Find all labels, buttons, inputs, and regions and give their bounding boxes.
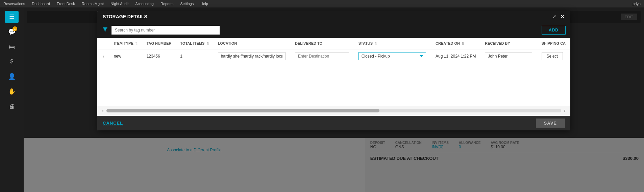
search-bar: ADD	[97, 22, 570, 38]
status-select[interactable]: Closed - Pickup	[358, 52, 426, 60]
modal-expand-button[interactable]: ⤢	[552, 14, 556, 19]
col-received-by: RECEIVED BY	[481, 38, 537, 49]
modal-overlay: STORAGE DETAILS ⤢ ✕ ADD	[24, 7, 644, 192]
main-area: EDIT Associate to a Different Profile DE…	[24, 7, 644, 192]
select-button[interactable]: Select	[542, 52, 563, 60]
delivered-to-input[interactable]	[295, 52, 349, 60]
menu-icon: ☰	[9, 13, 15, 21]
scrollbar-thumb	[106, 109, 379, 112]
nav-help[interactable]: Help	[200, 2, 208, 6]
row-created-on: Aug 11, 2024 1:22 PM	[431, 49, 481, 63]
modal-controls: ⤢ ✕	[552, 14, 565, 20]
add-button[interactable]: ADD	[542, 26, 566, 35]
nav-roomsmgmt[interactable]: Rooms Mgmt	[82, 2, 104, 6]
col-delivered-to: DELIVERED TO	[291, 38, 354, 49]
storage-table-wrapper: ITEM TYPE ⇅ TAG NUMBER TOTAL ITEMS ⇅	[97, 38, 570, 106]
row-tag-number: 123456	[143, 49, 176, 63]
row-status-cell: Closed - Pickup	[354, 49, 431, 63]
nav-nightaudit[interactable]: Night Audit	[110, 2, 128, 6]
table-row: › new 123456 1	[97, 49, 570, 63]
modal-title-bar: STORAGE DETAILS ⤢ ✕	[97, 11, 570, 22]
chat-badge: 1	[13, 26, 17, 31]
hand-icon: ✋	[8, 88, 16, 95]
modal-footer: CANCEL SAVE	[97, 116, 570, 130]
dollar-icon: $	[10, 59, 14, 65]
modal-title: STORAGE DETAILS	[103, 14, 147, 19]
row-delivered-to-cell	[291, 49, 354, 63]
col-location: LOCATION	[214, 38, 291, 49]
sort-arrows-total[interactable]: ⇅	[206, 42, 209, 45]
location-input[interactable]	[218, 52, 286, 60]
scroll-right-button[interactable]: ›	[564, 108, 566, 114]
col-tag-number: TAG NUMBER	[143, 38, 176, 49]
row-expand-button[interactable]: ›	[101, 54, 106, 59]
row-item-type: new	[110, 49, 143, 63]
scrollbar-track[interactable]	[106, 109, 561, 112]
modal-close-button[interactable]: ✕	[560, 14, 565, 20]
sidebar-icon-person[interactable]: 👤	[5, 70, 19, 83]
storage-details-modal: STORAGE DETAILS ⤢ ✕ ADD	[97, 11, 570, 130]
sidebar-icon-menu[interactable]: ☰	[5, 11, 19, 23]
col-expand	[97, 38, 110, 49]
sidebar-icon-hand[interactable]: ✋	[5, 85, 19, 98]
row-received-by-cell	[481, 49, 537, 63]
nav-user: priya	[633, 2, 641, 6]
sidebar: ☰ 💬 1 🛏 $ 👤 ✋ 🖨	[0, 7, 24, 192]
scroll-left-button[interactable]: ‹	[102, 108, 104, 114]
sidebar-icon-bed[interactable]: 🛏	[5, 41, 19, 53]
row-select-cell: Select	[538, 49, 570, 63]
row-total-items: 1	[176, 49, 214, 63]
sidebar-icon-dollar[interactable]: $	[5, 56, 19, 68]
col-shipping-ca: SHIPPING CA	[538, 38, 570, 49]
table-header-row: ITEM TYPE ⇅ TAG NUMBER TOTAL ITEMS ⇅	[97, 38, 570, 49]
row-location-cell	[214, 49, 291, 63]
cancel-button[interactable]: CANCEL	[103, 121, 123, 126]
nav-accounting[interactable]: Accounting	[135, 2, 153, 6]
received-by-input[interactable]	[485, 52, 532, 60]
sidebar-icon-chat[interactable]: 💬 1	[5, 26, 19, 38]
col-total-items: TOTAL ITEMS ⇅	[176, 38, 214, 49]
bed-icon: 🛏	[9, 43, 15, 50]
col-status: STATUS ⇅	[354, 38, 431, 49]
storage-table: ITEM TYPE ⇅ TAG NUMBER TOTAL ITEMS ⇅	[97, 38, 570, 63]
nav-reports[interactable]: Reports	[160, 2, 174, 6]
filter-icon	[102, 26, 108, 34]
search-input[interactable]	[112, 26, 220, 35]
scrollbar-row: ‹ ›	[97, 106, 570, 116]
col-created-on: CREATED ON ⇅	[431, 38, 481, 49]
sort-arrows-created[interactable]: ⇅	[462, 42, 464, 45]
sort-arrows-item-type[interactable]: ⇅	[135, 42, 138, 45]
person-icon: 👤	[8, 73, 16, 80]
col-item-type: ITEM TYPE ⇅	[110, 38, 143, 49]
nav-reservations[interactable]: Reservations	[3, 2, 25, 6]
sort-arrows-status[interactable]: ⇅	[374, 42, 377, 45]
nav-dashboard[interactable]: Dashboard	[32, 2, 50, 6]
print-icon: 🖨	[9, 103, 15, 110]
save-button[interactable]: SAVE	[536, 119, 565, 128]
sidebar-icon-print[interactable]: 🖨	[5, 100, 19, 112]
row-expand-cell: ›	[97, 49, 110, 63]
nav-frontdesk[interactable]: Front Desk	[57, 2, 75, 6]
top-navigation: Reservations Dashboard Front Desk Rooms …	[0, 0, 644, 7]
nav-settings[interactable]: Settings	[180, 2, 194, 6]
